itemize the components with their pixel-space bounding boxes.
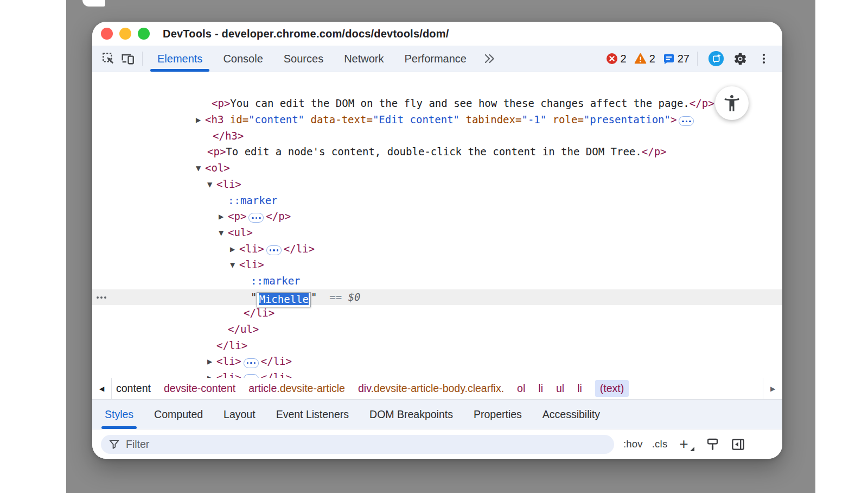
dom-tree-row[interactable]: </ul>	[92, 321, 782, 338]
collapse-arrow-icon[interactable]: ▼	[219, 225, 228, 242]
tab-styles[interactable]: Styles	[94, 400, 144, 429]
tab-properties[interactable]: Properties	[463, 400, 532, 429]
code-token: "presentation"	[584, 113, 671, 125]
styles-filter-pill[interactable]	[101, 435, 614, 454]
paint-roller-icon[interactable]	[704, 436, 720, 452]
toggle-sidebar-icon[interactable]	[730, 436, 746, 452]
dom-tree-row[interactable]: ▶<p></p>	[92, 208, 782, 225]
code-token: To edit a node's content, double-click t…	[226, 146, 641, 157]
tab-sources[interactable]: Sources	[273, 46, 334, 72]
collapse-arrow-icon[interactable]: ▼	[196, 161, 205, 177]
tab-layout[interactable]: Layout	[213, 400, 266, 429]
new-style-rule-icon[interactable]: +	[676, 437, 691, 451]
code-token: <li>	[239, 243, 264, 255]
breadcrumb-part: li	[577, 382, 582, 394]
dom-tree-row[interactable]: ▶<li></li>	[92, 370, 782, 378]
breadcrumb-item[interactable]: content	[116, 382, 151, 395]
dom-tree-row[interactable]: ::marker	[92, 193, 782, 209]
tab-dom-breakpoints[interactable]: DOM Breakpoints	[359, 400, 463, 429]
breadcrumb-scroll-left-icon[interactable]: ◀	[92, 378, 112, 399]
ellipsis-expand-button[interactable]	[244, 374, 259, 378]
breadcrumb-item[interactable]: li	[538, 382, 543, 395]
breadcrumb-item[interactable]: devsite-content	[164, 382, 235, 395]
styles-filter-row: :hov .cls +	[92, 429, 782, 459]
breadcrumb-item[interactable]: div.devsite-article-body.clearfix.	[358, 382, 504, 395]
code-token: </p>	[690, 97, 714, 109]
breadcrumb-item[interactable]: li	[577, 382, 582, 395]
tab-accessibility[interactable]: Accessibility	[532, 400, 610, 429]
dom-tree-row[interactable]: <p>To edit a node's content, double-clic…	[92, 144, 782, 160]
dom-tree-row[interactable]: <p>You can edit the DOM on the fly and s…	[92, 96, 782, 112]
accessibility-widget-button[interactable]	[715, 86, 749, 120]
expand-arrow-icon[interactable]: ▶	[207, 354, 216, 370]
error-badge[interactable]: 2	[606, 53, 627, 65]
dom-tree-row[interactable]: </li>	[92, 305, 782, 321]
code-token: "content"	[248, 113, 304, 125]
inspect-icon[interactable]	[100, 50, 117, 67]
collapse-arrow-icon[interactable]: ▼	[230, 257, 239, 274]
screenshot-stage: DevTools - developer.chrome.com/docs/dev…	[0, 0, 868, 493]
row-menu-dots-icon[interactable]	[97, 289, 106, 306]
element-classes-button[interactable]: .cls	[652, 438, 668, 450]
backdrop-notch	[82, 0, 105, 7]
code-token: ::marker	[228, 194, 278, 206]
breadcrumb-part: (text)	[600, 382, 624, 394]
dom-tree-row[interactable]: ▼<ul>	[92, 225, 782, 241]
ellipsis-expand-button[interactable]	[266, 245, 282, 255]
dom-tree-row[interactable]: ▼<li>	[92, 257, 782, 273]
dom-tree-row[interactable]: ::marker	[92, 273, 782, 289]
zoom-button[interactable]	[138, 28, 150, 40]
styles-pane-tabs: StylesComputedLayoutEvent ListenersDOM B…	[92, 400, 782, 429]
expand-arrow-icon[interactable]: ▶	[219, 209, 228, 225]
code-token: "	[311, 291, 317, 303]
collapse-arrow-icon[interactable]: ▼	[207, 177, 216, 193]
tab-elements[interactable]: Elements	[147, 46, 213, 72]
dom-tree-row[interactable]: ▼<li>	[92, 176, 782, 193]
tab-event-listeners[interactable]: Event Listeners	[266, 400, 359, 429]
toggle-element-state-button[interactable]: :hov	[623, 438, 643, 450]
more-menu-icon[interactable]	[756, 50, 772, 67]
tab-computed[interactable]: Computed	[144, 400, 213, 429]
settings-icon[interactable]	[732, 50, 748, 67]
breadcrumb-item[interactable]: (text)	[595, 380, 629, 397]
breadcrumb-scroll-right-icon[interactable]: ▶	[763, 378, 782, 399]
tab-network[interactable]: Network	[334, 46, 394, 72]
breadcrumb-item[interactable]: article.devsite-article	[248, 382, 345, 395]
toolbar-right-icons	[693, 50, 774, 67]
code-token: "	[251, 291, 257, 303]
code-token: </li>	[216, 339, 247, 351]
ai-assistance-icon[interactable]	[708, 50, 724, 67]
breadcrumb: contentdevsite-contentarticle.devsite-ar…	[116, 380, 629, 397]
filter-funnel-icon	[108, 439, 120, 450]
dom-tree-row[interactable]: "Michelle" == $0	[92, 289, 782, 306]
tab-console[interactable]: Console	[213, 46, 273, 72]
expand-arrow-icon[interactable]: ▶	[196, 112, 205, 129]
dom-tree-row[interactable]: ▶<li></li>	[92, 241, 782, 257]
dom-tree-row[interactable]: ▼<ol>	[92, 160, 782, 176]
minimize-button[interactable]	[119, 28, 131, 40]
code-token: </p>	[266, 210, 291, 222]
window-titlebar: DevTools - developer.chrome.com/docs/dev…	[92, 22, 782, 46]
expand-arrow-icon[interactable]: ▶	[230, 242, 239, 258]
expand-arrow-icon[interactable]: ▶	[207, 370, 216, 378]
device-toolbar-icon[interactable]	[120, 50, 136, 67]
warning-badge[interactable]: 2	[634, 53, 655, 65]
styles-filter-input[interactable]	[126, 438, 607, 451]
tab-performance[interactable]: Performance	[394, 46, 477, 72]
ellipsis-expand-button[interactable]	[248, 213, 264, 223]
window-title: DevTools - developer.chrome.com/docs/dev…	[163, 28, 449, 40]
breadcrumb-item[interactable]: ul	[556, 382, 564, 395]
issues-badge[interactable]: 27	[663, 53, 690, 65]
ellipsis-expand-button[interactable]	[244, 358, 259, 368]
code-token: ::marker	[251, 275, 301, 287]
dom-tree-row[interactable]: </h3>	[92, 128, 782, 144]
close-button[interactable]	[101, 28, 113, 40]
breadcrumb-item[interactable]: ol	[517, 382, 525, 395]
code-token: <li>	[216, 371, 241, 378]
dom-tree-row[interactable]: </li>	[92, 338, 782, 354]
ellipsis-expand-button[interactable]	[679, 116, 694, 126]
dom-tree-row[interactable]: ▶<li></li>	[92, 353, 782, 370]
more-tabs-icon[interactable]	[481, 50, 497, 67]
dom-tree-row[interactable]: ▶<h3 id="content" data-text="Edit conten…	[92, 112, 782, 128]
breadcrumb-part: .devsite-article-body.clearfix.	[371, 382, 504, 394]
